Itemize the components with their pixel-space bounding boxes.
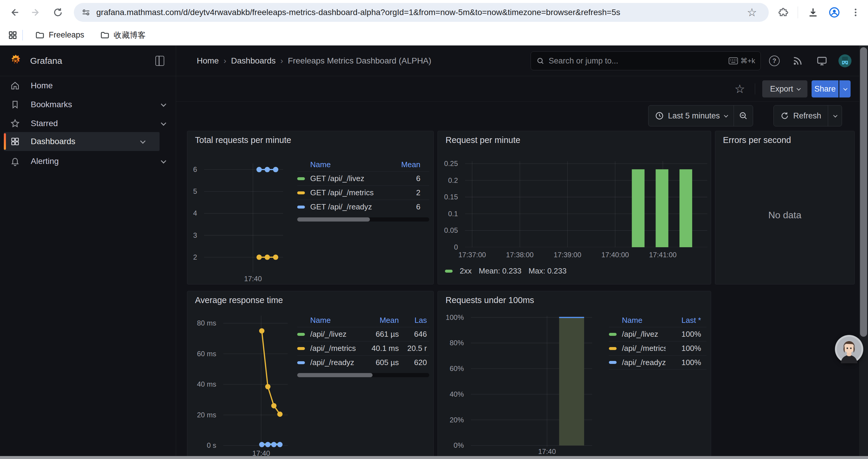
zoom-out-icon	[739, 111, 748, 121]
browser-menu-icon[interactable]	[847, 4, 864, 21]
series-swatch[interactable]	[297, 205, 305, 208]
series-name[interactable]: /api/_/metrics	[310, 344, 363, 353]
breadcrumb-home[interactable]: Home	[197, 56, 219, 66]
sidebar-item-dashboards[interactable]: Dashboards	[4, 132, 159, 151]
sidebar-item-home[interactable]: Home	[0, 76, 176, 95]
export-button[interactable]: Export	[762, 80, 807, 97]
sidebar-item-label: Home	[31, 81, 53, 90]
zoom-out-button[interactable]	[734, 105, 753, 126]
refresh-button[interactable]: Refresh	[774, 105, 828, 126]
favorite-star-icon[interactable]: ☆	[735, 82, 745, 96]
series-last: 646	[399, 330, 427, 339]
sidebar-item-alerting[interactable]: Alerting	[0, 152, 176, 171]
bookmarks-divider	[23, 30, 23, 40]
series-name[interactable]: GET /api/_/metrics	[310, 188, 394, 197]
bookmark-star-icon[interactable]: ☆	[747, 3, 757, 22]
refresh-interval-button[interactable]	[828, 105, 842, 126]
chart-plot[interactable]	[465, 161, 707, 247]
folder-icon	[35, 30, 44, 40]
series-swatch[interactable]	[297, 361, 305, 364]
chevron-down-icon[interactable]	[161, 158, 166, 163]
chart-plot[interactable]	[471, 316, 592, 447]
sidebar-item-bookmarks[interactable]: Bookmarks	[0, 95, 176, 114]
series-last: 20.5 r	[399, 344, 427, 353]
chevron-down-icon[interactable]	[140, 138, 145, 143]
panel-title[interactable]: Total requests per minute	[195, 135, 291, 145]
reload-icon[interactable]	[49, 4, 67, 21]
search-input[interactable]	[549, 57, 728, 66]
display-button[interactable]	[815, 54, 829, 68]
series-name[interactable]: /api/_/readyz	[310, 358, 363, 367]
chevron-down-icon[interactable]	[161, 120, 166, 126]
site-info-icon[interactable]	[81, 7, 91, 18]
panel-title[interactable]: Requests under 100ms	[445, 295, 534, 305]
news-button[interactable]	[790, 54, 805, 68]
series-swatch[interactable]	[609, 333, 617, 336]
apps-grid-icon[interactable]	[8, 30, 18, 40]
series-swatch[interactable]	[297, 191, 305, 194]
chart-plot[interactable]	[223, 316, 288, 448]
series-mean: 40.1 ms	[363, 344, 399, 353]
legend-header-mean[interactable]: Mean	[394, 160, 421, 169]
breadcrumb-separator: ›	[219, 56, 231, 66]
series-mean: 2	[394, 188, 421, 197]
legend-header-mean[interactable]: Mean	[363, 316, 399, 325]
panel-title[interactable]: Request per minute	[445, 135, 520, 145]
help-icon: ?	[769, 56, 780, 66]
horizontal-scrollbar[interactable]	[0, 456, 868, 459]
sidebar-toggle-icon[interactable]	[155, 56, 164, 66]
download-icon[interactable]	[804, 4, 822, 21]
help-button[interactable]: ?	[767, 54, 781, 68]
series-swatch[interactable]	[609, 347, 617, 350]
series-name[interactable]: /api/_/metrics	[622, 344, 665, 353]
bookmark-folder-freeleaps[interactable]: Freeleaps	[30, 28, 90, 43]
bookmark-folder-blogs[interactable]: 收藏博客	[95, 28, 151, 43]
chart-plot[interactable]	[204, 164, 283, 272]
user-avatar[interactable]	[838, 54, 852, 68]
legend-header-name[interactable]: Name	[310, 160, 394, 169]
series-swatch[interactable]	[445, 270, 453, 273]
series-swatch[interactable]	[609, 361, 617, 364]
panel-requests-under-100ms: Requests under 100ms 100%80%60%40%20%0% …	[438, 291, 711, 459]
search-box[interactable]: ⌘+k	[531, 52, 761, 70]
legend-header-name[interactable]: Name	[310, 316, 363, 325]
extensions-icon[interactable]	[775, 4, 793, 21]
legend-scrollbar-thumb[interactable]	[297, 373, 373, 377]
url-text[interactable]: grafana.mathmast.com/d/deytv4rwavabkb/fr…	[96, 8, 620, 17]
series-last: 100%	[665, 330, 701, 339]
assistant-avatar[interactable]	[835, 335, 863, 363]
panel-avg-response-time: Average response time 80 ms60 ms40 ms20 …	[187, 291, 434, 459]
vertical-scrollbar[interactable]	[859, 45, 868, 459]
legend-row: /api/_/metrics 100%	[609, 341, 706, 355]
share-button[interactable]: Share	[812, 80, 838, 97]
time-range-button[interactable]: Last 5 minutes	[649, 105, 734, 126]
vertical-scrollbar-thumb[interactable]	[860, 47, 867, 337]
sidebar-item-starred[interactable]: Starred	[0, 114, 176, 133]
series-name[interactable]: /api/_/livez	[622, 330, 665, 339]
share-dropdown-button[interactable]	[839, 80, 850, 97]
forward-icon[interactable]	[27, 4, 45, 21]
browser-toolbar: grafana.mathmast.com/d/deytv4rwavabkb/fr…	[0, 0, 868, 25]
legend-header-last[interactable]: Las	[399, 316, 427, 325]
panel-title[interactable]: Errors per second	[723, 135, 791, 145]
toolbar-divider	[755, 83, 755, 95]
series-name[interactable]: 2xx	[460, 266, 471, 275]
series-swatch[interactable]	[297, 177, 305, 180]
series-name[interactable]: /api/_/readyz	[622, 358, 665, 367]
panel-title[interactable]: Average response time	[195, 295, 283, 305]
back-icon[interactable]	[5, 4, 23, 21]
series-swatch[interactable]	[297, 333, 305, 336]
legend-table: Name Mean Las /api/_/livez 661 µs 646 /a…	[297, 314, 429, 377]
series-name[interactable]: GET /api/_/livez	[310, 174, 394, 183]
legend-header-last[interactable]: Last *	[665, 316, 701, 325]
series-swatch[interactable]	[297, 347, 305, 350]
series-name[interactable]: GET /api/_/readyz	[310, 202, 394, 211]
breadcrumb-dashboards[interactable]: Dashboards	[231, 56, 276, 66]
series-name[interactable]: /api/_/livez	[310, 330, 363, 339]
profile-icon[interactable]	[826, 4, 843, 21]
url-bar[interactable]: grafana.mathmast.com/d/deytv4rwavabkb/fr…	[74, 3, 769, 22]
grafana-logo[interactable]	[9, 54, 23, 68]
legend-header-name[interactable]: Name	[622, 316, 665, 325]
legend-scrollbar-thumb[interactable]	[297, 218, 370, 222]
chevron-down-icon[interactable]	[161, 101, 166, 107]
